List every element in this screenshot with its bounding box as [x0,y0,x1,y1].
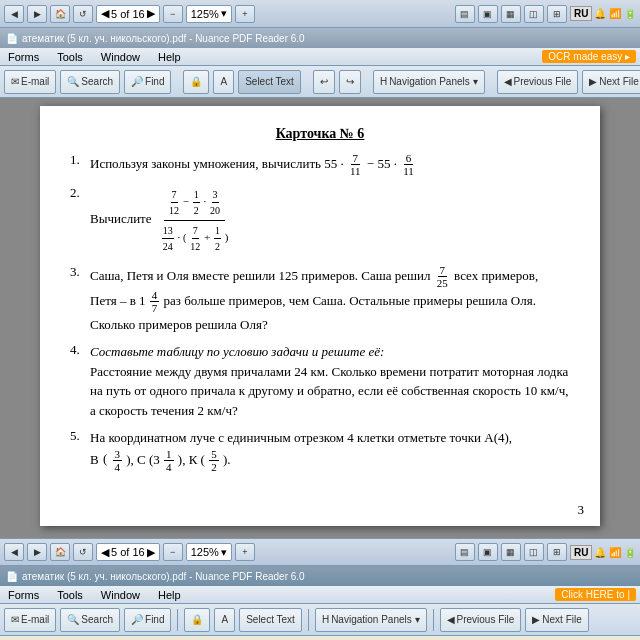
menu-forms[interactable]: Forms [4,51,43,63]
bottom-select-text-button[interactable]: Select Text [239,608,302,632]
bottom-nav-next[interactable]: ▶ [147,546,155,559]
bottom-nav-prev[interactable]: ◀ [101,546,109,559]
bottom-view1[interactable]: ▤ [455,543,475,561]
find-icon: 🔎 [131,76,143,87]
bottom-refresh-btn[interactable]: ↺ [73,543,93,561]
bottom-zoom-out-btn[interactable]: − [163,543,183,561]
item-content-3: Саша, Петя и Оля вместе решили 125 приме… [90,264,570,334]
bottom-zoom-box[interactable]: 125% ▾ [186,543,232,561]
view-btn3[interactable]: ▦ [501,5,521,23]
menu-window[interactable]: Window [97,51,144,63]
bottom-taskbar: ◀ ▶ 🏠 ↺ ◀ 5 of 16 ▶ − 125% ▾ + ▤ ▣ ▦ ◫ ⊞… [0,538,640,566]
complex-fraction: 7 12 − 1 2 · 3 20 [157,185,232,256]
bottom-zoom-in-btn[interactable]: + [235,543,255,561]
back-btn[interactable]: ◀ [4,5,24,23]
home-btn[interactable]: 🏠 [50,5,70,23]
bottom-page-info: 5 of 16 [111,546,145,558]
view-btn5[interactable]: ⊞ [547,5,567,23]
page-number: 3 [578,502,585,518]
view-btn2[interactable]: ▣ [478,5,498,23]
bottom-lock-button[interactable]: 🔒 [184,608,210,632]
sys-icons: 🔔 📶 🔋 [594,8,636,19]
redo-button[interactable]: ↪ [339,70,361,94]
bottom-view5[interactable]: ⊞ [547,543,567,561]
bottom-menu-forms[interactable]: Forms [4,589,43,601]
bottom-find-button[interactable]: 🔎 Find [124,608,171,632]
prev-file-icon: ◀ [504,76,512,87]
bottom-sys-tray: RU 🔔 📶 🔋 [570,545,636,560]
text-button[interactable]: A [213,70,234,94]
nav-next[interactable]: ▶ [147,7,155,20]
next-file-button[interactable]: ▶ Next File [582,70,640,94]
bottom-next-file-button[interactable]: ▶ Next File [525,608,588,632]
language-badge[interactable]: RU [570,6,592,21]
top-taskbar: ◀ ▶ 🏠 ↺ ◀ 5 of 16 ▶ − 125% ▾ + ▤ ▣ ▦ ◫ ⊞… [0,0,640,28]
bottom-menu-help[interactable]: Help [154,589,185,601]
bottom-email-button[interactable]: ✉ E-mail [4,608,56,632]
undo-button[interactable]: ↩ [313,70,335,94]
zoom-in-btn[interactable]: + [235,5,255,23]
bottom-view3[interactable]: ▦ [501,543,521,561]
search-icon: 🔍 [67,76,79,87]
nav-prev[interactable]: ◀ [101,7,109,20]
prev-file-button[interactable]: ◀ Previous File [497,70,579,94]
bottom-sep2 [308,609,309,631]
bottom-sep3 [433,609,434,631]
forward-btn[interactable]: ▶ [27,5,47,23]
find-button[interactable]: 🔎 Find [124,70,171,94]
item-num-2: 2. [70,185,86,201]
item-num-3: 3. [70,264,86,280]
bottom-prev-file-button[interactable]: ◀ Previous File [440,608,522,632]
zoom-box[interactable]: 125% ▾ [186,5,232,23]
fraction-3-4: 3 4 [113,448,123,473]
nav-panels-button[interactable]: H Navigation Panels ▾ [373,70,485,94]
fraction-5-2: 5 2 [209,448,219,473]
bottom-search-button[interactable]: 🔍 Search [60,608,120,632]
pdf-page: Карточка № 6 1. Используя законы умножен… [40,106,600,526]
bottom-forward-btn[interactable]: ▶ [27,543,47,561]
next-file-icon: ▶ [589,76,597,87]
bottom-menu-window[interactable]: Window [97,589,144,601]
bottom-app-icon: 📄 [6,571,18,582]
fraction-7-25: 7 25 [435,264,450,289]
text-icon: A [220,76,227,87]
bottom-view4[interactable]: ◫ [524,543,544,561]
nav-icon: H [380,76,387,87]
view-btn4[interactable]: ◫ [524,5,544,23]
menu-tools[interactable]: Tools [53,51,87,63]
page-nav[interactable]: ◀ 5 of 16 ▶ [96,5,160,23]
bottom-nav-panels-button[interactable]: H Navigation Panels ▾ [315,608,427,632]
menu-help[interactable]: Help [154,51,185,63]
bottom-page-nav[interactable]: ◀ 5 of 16 ▶ [96,543,160,561]
search-button[interactable]: 🔍 Search [60,70,120,94]
bottom-view2[interactable]: ▣ [478,543,498,561]
bottom-text-button[interactable]: A [214,608,235,632]
bottom-email-icon: ✉ [11,614,19,625]
bottom-title-text: атематик (5 кл. уч. никольского).pdf - N… [22,571,305,582]
bottom-language-badge[interactable]: RU [570,545,592,560]
list-item: 1. Используя законы умножения, вычислить… [70,152,570,177]
toolbar: ✉ E-mail 🔍 Search 🔎 Find 🔒 A Select Text… [0,66,640,98]
bottom-search-icon: 🔍 [67,614,79,625]
email-icon: ✉ [11,76,19,87]
sys-tray: RU 🔔 📶 🔋 [570,6,636,21]
bottom-nav-icon: H [322,614,329,625]
title-bar: 📄 атематик (5 кл. уч. никольского).pdf -… [0,28,640,48]
bottom-home-btn[interactable]: 🏠 [50,543,70,561]
zoom-value: 125% [191,8,219,20]
zoom-out-btn[interactable]: − [163,5,183,23]
click-here-button[interactable]: Click HERE to | [555,588,636,601]
refresh-btn[interactable]: ↺ [73,5,93,23]
ocr-badge[interactable]: OCR made easy ▸ [542,50,636,63]
item-num-4: 4. [70,342,86,358]
bottom-back-btn[interactable]: ◀ [4,543,24,561]
bottom-toolbar: ✉ E-mail 🔍 Search 🔎 Find 🔒 A Select Text… [0,604,640,636]
email-button[interactable]: ✉ E-mail [4,70,56,94]
item-num-1: 1. [70,152,86,168]
list-item: 2. Вычислите 7 12 − 1 2 · [70,185,570,256]
view-btn1[interactable]: ▤ [455,5,475,23]
pdf-title: Карточка № 6 [70,126,570,142]
select-text-button[interactable]: Select Text [238,70,301,94]
lock-button[interactable]: 🔒 [183,70,209,94]
bottom-menu-tools[interactable]: Tools [53,589,87,601]
